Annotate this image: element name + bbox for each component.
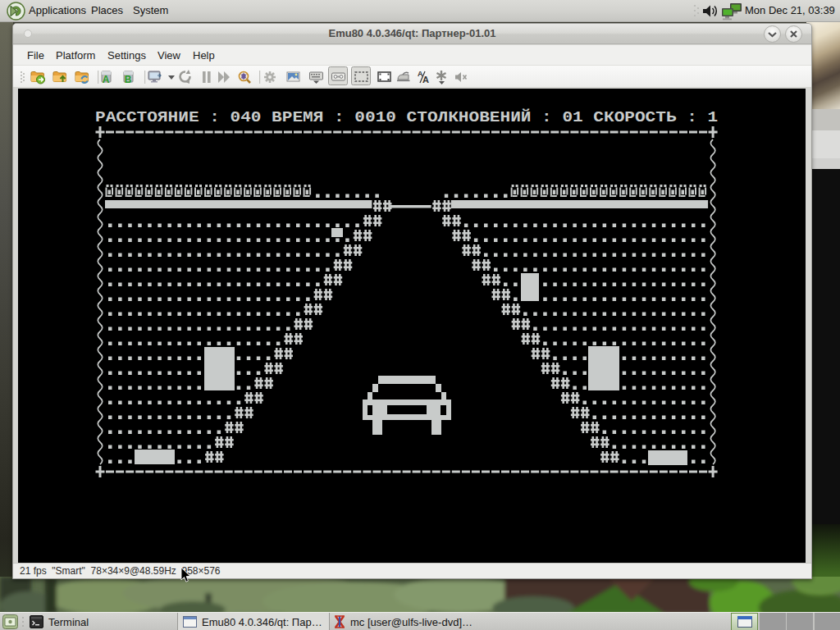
svg-text:A: A — [103, 74, 110, 85]
svg-text:A: A — [422, 75, 429, 84]
svg-text:B: B — [125, 74, 132, 85]
svg-text:РАССТОЯНИЕ : 040 ВРЕМЯ : 0010: РАССТОЯНИЕ : 040 ВРЕМЯ : 0010 СТОЛКНОВЕН… — [95, 108, 718, 126]
